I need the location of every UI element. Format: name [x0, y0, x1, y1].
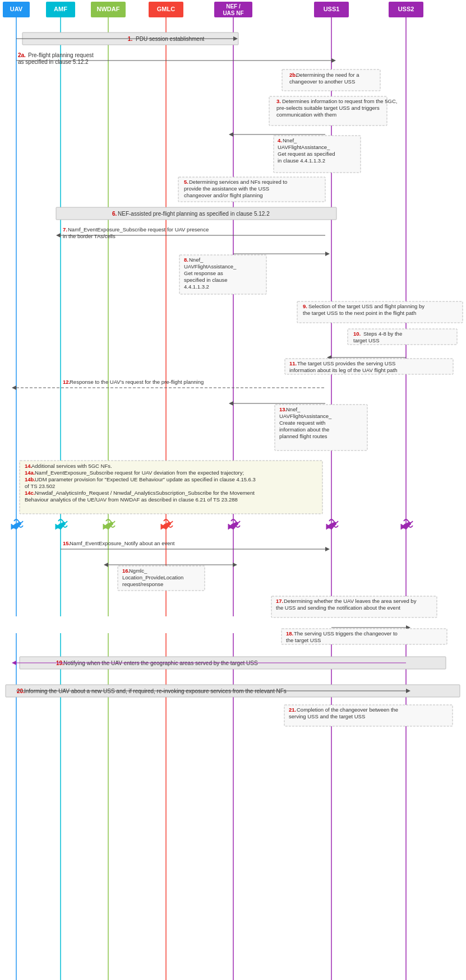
svg-text:specified in clause: specified in clause — [184, 277, 228, 283]
svg-text:NEF-assisted pre-flight planni: NEF-assisted pre-flight planning as spec… — [118, 211, 270, 217]
svg-text:Behaviour analytics of the UE/: Behaviour analytics of the UE/UAV from N… — [25, 496, 238, 503]
svg-text:Nnef_: Nnef_ — [286, 406, 301, 412]
svg-text:UAV: UAV — [10, 6, 23, 12]
svg-text:GMLC: GMLC — [157, 6, 175, 12]
svg-text:Steps 4-8 by the: Steps 4-8 by the — [363, 331, 402, 337]
svg-text:Determines information to requ: Determines information to request from t… — [282, 98, 397, 104]
svg-text:4.4.1.1.3.2: 4.4.1.1.3.2 — [184, 284, 209, 290]
svg-text:target USS: target USS — [353, 337, 379, 343]
svg-text:Namf_EventExposure_Subscribe r: Namf_EventExposure_Subscribe request for… — [35, 470, 244, 476]
svg-text:9.: 9. — [303, 303, 307, 309]
svg-text:in clause 4.4.1.1.3.2: in clause 4.4.1.1.3.2 — [278, 157, 325, 164]
svg-text:6.: 6. — [112, 211, 117, 217]
svg-text:Determining whether the UAV le: Determining whether the UAV leaves the a… — [284, 598, 417, 604]
svg-text:communication with them: communication with them — [276, 112, 336, 118]
svg-text:8.: 8. — [184, 257, 188, 263]
svg-text:Ngmlc_: Ngmlc_ — [129, 568, 147, 574]
svg-text:3.: 3. — [276, 98, 281, 104]
svg-text:the USS and sending the notifi: the USS and sending the notification abo… — [276, 605, 400, 611]
svg-text:UAVFlightAssistance_: UAVFlightAssistance_ — [184, 263, 237, 270]
svg-text:Nnef_: Nnef_ — [283, 137, 297, 143]
svg-marker-142 — [12, 661, 16, 665]
svg-text:21.: 21. — [289, 707, 296, 713]
svg-text:the target USS to the next poi: the target USS to the next point in the … — [303, 310, 416, 316]
svg-text:The serving USS triggers the c: The serving USS triggers the changeover … — [294, 630, 398, 637]
svg-text:2a.: 2a. — [18, 52, 26, 58]
svg-text:NEF /: NEF / — [226, 3, 241, 10]
svg-text:5.: 5. — [184, 179, 188, 185]
svg-text:USS1: USS1 — [324, 6, 340, 12]
svg-text:provide the assistance with th: provide the assistance with the USS — [184, 185, 269, 192]
svg-text:10.: 10. — [353, 331, 361, 337]
svg-text:18.: 18. — [286, 630, 293, 637]
svg-text:4.: 4. — [278, 137, 282, 143]
svg-text:Determining the need for a: Determining the need for a — [296, 72, 359, 78]
svg-text:Response to the UAV's request : Response to the UAV's request for the pr… — [70, 379, 204, 385]
svg-text:pre-selects suitable target US: pre-selects suitable target USS and trig… — [276, 105, 380, 111]
svg-text:Get request as specified: Get request as specified — [278, 151, 335, 157]
svg-text:request/response: request/response — [122, 581, 163, 587]
svg-marker-70 — [325, 252, 330, 256]
sequence-diagram: UAV AMF NWDAF GMLC NEF / UAS NF USS1 USS… — [0, 0, 466, 980]
svg-text:UAVFlightAssistance_: UAVFlightAssistance_ — [279, 413, 332, 419]
svg-text:11.: 11. — [289, 360, 297, 366]
diagram-svg: UAV AMF NWDAF GMLC NEF / UAS NF USS1 USS… — [0, 0, 466, 980]
svg-text:Nnwdaf_AnalyticsInfo_Request /: Nnwdaf_AnalyticsInfo_Request / Nnwdaf_An… — [35, 490, 255, 496]
svg-text:14c.: 14c. — [25, 490, 35, 496]
svg-text:UAVFlightAssistance_: UAVFlightAssistance_ — [278, 144, 330, 150]
svg-text:Selection of the target USS an: Selection of the target USS and flight p… — [308, 303, 425, 309]
svg-text:planned flight routes: planned flight routes — [279, 433, 327, 439]
svg-marker-121 — [104, 563, 108, 567]
svg-text:Nnef_: Nnef_ — [189, 257, 204, 263]
svg-text:Additional services with 5GC N: Additional services with 5GC NFs. — [31, 463, 112, 469]
svg-text:Create request with: Create request with — [279, 420, 325, 426]
svg-text:serving USS and the target USS: serving USS and the target USS — [289, 713, 365, 719]
svg-marker-122 — [233, 563, 237, 567]
svg-text:UDM parameter provision for "E: UDM parameter provision for "Expected UE… — [35, 476, 256, 482]
svg-text:7.: 7. — [63, 226, 67, 233]
svg-text:changeover and/or flight plann: changeover and/or flight planning — [184, 192, 263, 198]
svg-text:17.: 17. — [276, 598, 283, 604]
svg-marker-93 — [12, 386, 16, 390]
svg-marker-117 — [325, 547, 330, 551]
svg-text:NWDAF: NWDAF — [97, 6, 120, 12]
svg-text:Completion of the changeover b: Completion of the changeover between the — [297, 707, 398, 713]
svg-text:information about its leg of t: information about its leg of the UAV fli… — [289, 367, 398, 373]
svg-text:14a.: 14a. — [25, 470, 35, 476]
svg-marker-49 — [229, 132, 233, 137]
svg-text:Namf_EventExposure_Notify abou: Namf_EventExposure_Notify about an event — [70, 540, 175, 546]
svg-text:Determining services and NFs r: Determining services and NFs required to — [189, 179, 287, 185]
svg-text:UAS NF: UAS NF — [223, 10, 243, 16]
svg-text:as specified in clause 5.12.2: as specified in clause 5.12.2 — [18, 59, 89, 65]
svg-text:14b.: 14b. — [25, 476, 35, 482]
svg-text:Get response as: Get response as — [184, 270, 223, 276]
svg-marker-65 — [56, 233, 61, 238]
svg-marker-97 — [229, 401, 233, 406]
svg-text:Namf_EventExposure_Subscribe r: Namf_EventExposure_Subscribe request for… — [68, 226, 209, 233]
svg-text:Pre-flight planning request: Pre-flight planning request — [28, 52, 94, 58]
svg-text:AMF: AMF — [54, 6, 67, 12]
svg-text:of TS 23.502: of TS 23.502 — [25, 483, 55, 489]
svg-text:changeover to another USS: changeover to another USS — [289, 78, 355, 85]
svg-text:The target USS provides the se: The target USS provides the serving USS — [297, 360, 395, 366]
svg-marker-38 — [331, 58, 336, 63]
svg-text:the target USS: the target USS — [286, 637, 321, 643]
svg-text:Location_ProvideLocation: Location_ProvideLocation — [122, 574, 183, 580]
svg-text:information about the: information about the — [279, 426, 329, 433]
svg-text:USS2: USS2 — [398, 6, 414, 12]
svg-text:in the border TAs/cells: in the border TAs/cells — [63, 233, 116, 239]
